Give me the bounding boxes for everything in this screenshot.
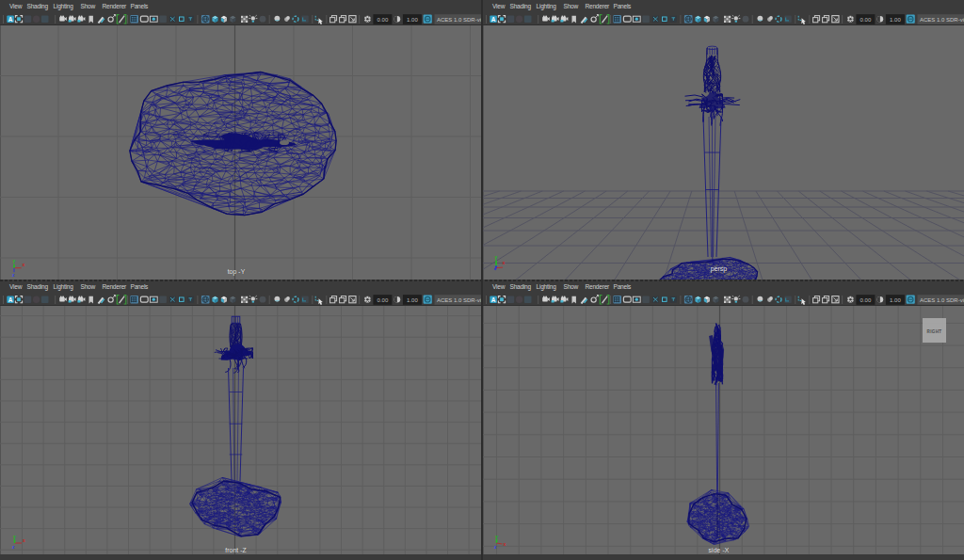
svg-text:ACES 1.0 SDR-vide: ACES 1.0 SDR-vide [920, 17, 964, 23]
svg-text:A: A [8, 16, 13, 23]
svg-text:side -X: side -X [709, 547, 730, 553]
svg-text:0.00: 0.00 [860, 17, 872, 23]
svg-text:A: A [491, 16, 496, 23]
svg-text:front -Z: front -Z [225, 547, 247, 553]
svg-text:y: y [13, 258, 16, 264]
svg-text:x: x [23, 262, 25, 267]
svg-text:x: x [23, 537, 25, 543]
svg-text:y: y [495, 254, 498, 260]
svg-text:x: x [503, 260, 506, 265]
svg-text:A: A [8, 296, 13, 303]
svg-text:x: x [504, 541, 506, 547]
svg-text:ACES 1.0 SDR-vide: ACES 1.0 SDR-vide [437, 17, 481, 23]
svg-text:1.00: 1.00 [890, 297, 901, 303]
svg-text:top -Y: top -Y [228, 268, 246, 276]
svg-text:RIGHT: RIGHT [927, 329, 942, 334]
svg-text:y: y [495, 534, 498, 539]
svg-text:z: z [12, 272, 15, 278]
svg-text:ACES 1.0 SDR-vide: ACES 1.0 SDR-vide [920, 297, 964, 303]
svg-text:ACES 1.0 SDR-vide: ACES 1.0 SDR-vide [437, 297, 481, 303]
svg-text:0.00: 0.00 [378, 297, 389, 303]
svg-text:y: y [13, 534, 16, 539]
svg-text:1.00: 1.00 [407, 297, 418, 303]
svg-text:1.00: 1.00 [407, 17, 418, 23]
svg-text:persp: persp [711, 265, 728, 273]
svg-text:1.00: 1.00 [890, 17, 901, 23]
svg-text:A: A [491, 296, 496, 303]
svg-text:0.00: 0.00 [378, 17, 389, 23]
svg-text:0.00: 0.00 [860, 297, 872, 303]
svg-text:z: z [12, 544, 15, 550]
